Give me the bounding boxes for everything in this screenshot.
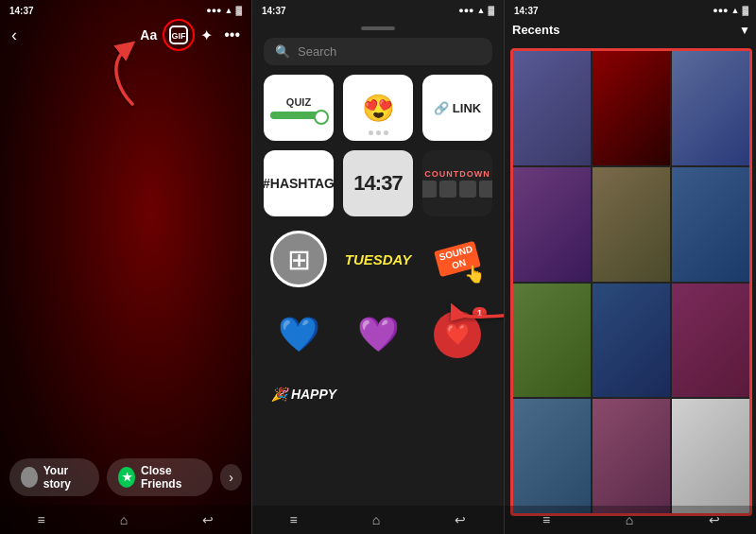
back-nav-icon-3[interactable]: ↩	[709, 512, 720, 527]
wifi-icon-2: ▲	[477, 6, 486, 15]
count-block-1	[422, 181, 437, 198]
friends-avatar: ★	[118, 467, 135, 488]
status-bar-2: 14:37 ●●● ▲ ▓	[252, 0, 504, 19]
back-nav-icon-1[interactable]: ↩	[202, 512, 214, 527]
sticker-happy[interactable]: 🎉 HAPPY	[264, 375, 492, 413]
story-share-bar: Your story ★ Close Friends ›	[0, 451, 251, 504]
home-icon-2[interactable]: ⌂	[372, 512, 380, 527]
sticker-time[interactable]: 14:37	[343, 150, 413, 216]
sticker-emoji[interactable]: 😍	[343, 75, 413, 141]
photo-cell-8[interactable]	[593, 284, 670, 398]
status-icons-1: ●●● ▲ ▓	[206, 6, 242, 15]
status-bar-1: 14:37 ●●● ▲ ▓	[0, 0, 251, 19]
story-avatar	[21, 467, 38, 488]
hand-pointer-icon: 👆	[464, 264, 485, 284]
happy-label: 🎉 HAPPY	[271, 387, 336, 402]
panel-1-story-editor: 14:37 ●●● ▲ ▓ ‹ Aa GIF ✦ •••	[0, 0, 251, 534]
gif-sticker-button[interactable]: GIF	[168, 25, 189, 45]
signal-icon-3: ●●●	[713, 6, 728, 15]
blue-heart-icon: 💙	[278, 315, 320, 354]
arrow-indicator-1	[76, 38, 151, 117]
menu-icon-1[interactable]: ≡	[38, 512, 45, 527]
search-icon: 🔍	[275, 44, 290, 59]
time-display: 14:37	[353, 171, 402, 196]
photo-cell-1[interactable]	[513, 51, 591, 165]
photo-picker-header: Recents ▼	[505, 19, 756, 41]
sticker-quiz[interactable]: QUIZ	[264, 75, 334, 141]
photo-cell-12[interactable]	[672, 399, 749, 513]
link-label: LINK	[453, 101, 481, 115]
emoji-face: 😍	[362, 93, 395, 124]
forward-button[interactable]: ›	[220, 464, 242, 491]
status-time-1: 14:37	[9, 6, 34, 16]
bottom-nav-2: ≡ ⌂ ↩	[252, 506, 504, 534]
status-icons-2: ●●● ▲ ▓	[458, 6, 494, 15]
photo-cell-6[interactable]	[672, 167, 749, 282]
link-chain-icon: 🔗	[434, 101, 449, 115]
sticker-heart-blue[interactable]: 💙	[264, 301, 334, 368]
sticker-heart-purple[interactable]: 💜	[343, 301, 413, 368]
countdown-label: COUNTDOWN	[424, 169, 490, 179]
hashtag-label: #HASHTAG	[264, 176, 334, 191]
signal-icon-2: ●●●	[458, 6, 473, 15]
arrow-indicator-2	[451, 291, 504, 342]
menu-icon-2[interactable]: ≡	[290, 512, 298, 527]
battery-icon-3: ▓	[742, 6, 748, 15]
menu-icon-3[interactable]: ≡	[542, 512, 550, 527]
more-options-button[interactable]: •••	[224, 26, 240, 43]
sticker-sound-on[interactable]: SOUNDON 👆	[422, 226, 492, 292]
status-icons-3: ●●● ▲ ▓	[713, 6, 748, 15]
signal-icon: ●●●	[206, 6, 221, 15]
home-icon-3[interactable]: ⌂	[626, 512, 633, 527]
photo-cell-4[interactable]	[513, 167, 591, 282]
photo-cell-7[interactable]	[513, 284, 591, 398]
sticker-hashtag[interactable]: #HASHTAG	[264, 150, 334, 216]
happy-row: 🎉 HAPPY	[252, 368, 504, 413]
sticker-tuesday[interactable]: TUESDAY	[343, 226, 413, 292]
quiz-progress-bar	[270, 112, 327, 119]
quiz-label: QUIZ	[286, 96, 311, 108]
count-block-3	[459, 181, 476, 198]
battery-icon-2: ▓	[488, 6, 494, 15]
sticker-add-button[interactable]: ⊞	[270, 231, 327, 287]
panel-3-photo-picker: 14:37 ●●● ▲ ▓ Recents ▼	[505, 0, 756, 534]
purple-heart-icon: 💜	[357, 315, 400, 354]
photo-cell-9[interactable]	[672, 284, 749, 398]
back-button[interactable]: ‹	[11, 26, 17, 45]
back-icon[interactable]: ‹	[11, 26, 17, 45]
countdown-blocks	[422, 181, 492, 198]
count-block-4	[479, 181, 493, 198]
status-bar-3: 14:37 ●●● ▲ ▓	[505, 0, 756, 19]
tuesday-label: TUESDAY	[345, 251, 412, 267]
battery-icon: ▓	[235, 6, 242, 15]
sticker-link[interactable]: 🔗 LINK	[422, 75, 492, 141]
panel-2-sticker-picker: 14:37 ●●● ▲ ▓ 🔍 Search QUIZ 😍	[252, 0, 504, 534]
your-story-button[interactable]: Your story	[9, 458, 99, 496]
bottom-nav-3: ≡ ⌂ ↩	[505, 506, 756, 534]
status-time-2: 14:37	[262, 6, 286, 16]
dot-1	[369, 130, 373, 135]
close-friends-label: Close Friends	[141, 464, 201, 491]
recents-dropdown-icon[interactable]: ▼	[739, 24, 750, 37]
sparkle-button[interactable]: ✦	[200, 26, 213, 44]
add-icon: ⊞	[287, 243, 311, 276]
photo-cell-5[interactable]	[593, 167, 670, 282]
recents-label: Recents	[512, 23, 560, 37]
arrow-left-svg	[451, 291, 504, 338]
sheet-handle	[361, 26, 395, 30]
dot-3	[384, 130, 388, 135]
emoji-dots	[369, 130, 388, 135]
highlight-indicator	[163, 19, 195, 51]
search-placeholder-text: Search	[298, 44, 336, 59]
back-nav-icon-2[interactable]: ↩	[455, 512, 466, 527]
home-icon-1[interactable]: ⌂	[120, 512, 128, 527]
photo-cell-11[interactable]	[593, 399, 670, 513]
close-friends-button[interactable]: ★ Close Friends	[107, 458, 213, 496]
status-time-3: 14:37	[514, 6, 539, 16]
photo-cell-3[interactable]	[672, 51, 749, 165]
photo-cell-10[interactable]	[513, 399, 591, 513]
sticker-countdown[interactable]: COUNTDOWN	[422, 150, 492, 216]
photo-cell-2[interactable]	[593, 51, 670, 165]
sticker-search-bar[interactable]: 🔍 Search	[264, 38, 492, 65]
dot-2	[376, 130, 381, 135]
